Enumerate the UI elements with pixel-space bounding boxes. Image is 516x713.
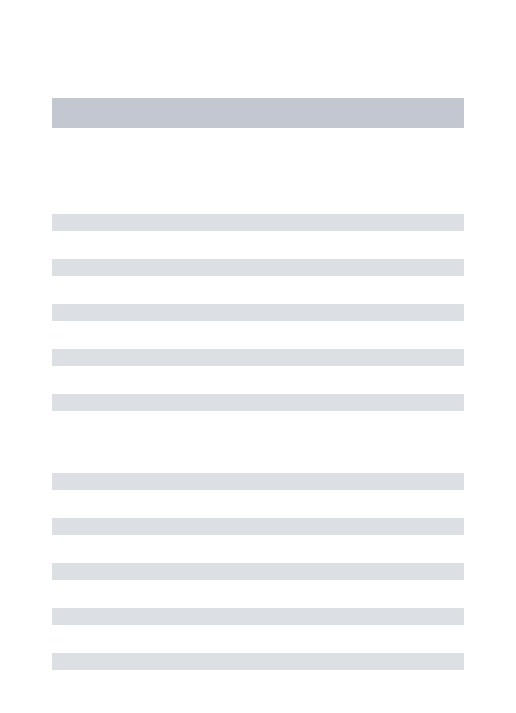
text-line-placeholder	[52, 304, 464, 321]
text-line-placeholder	[52, 518, 464, 535]
text-line-placeholder	[52, 608, 464, 625]
header-placeholder	[52, 98, 464, 128]
text-line-placeholder	[52, 394, 464, 411]
text-line-placeholder	[52, 473, 464, 490]
text-line-placeholder	[52, 259, 464, 276]
text-line-placeholder	[52, 349, 464, 366]
section-gap	[52, 439, 464, 473]
text-line-placeholder	[52, 563, 464, 580]
page-skeleton	[0, 0, 516, 670]
text-line-placeholder	[52, 214, 464, 231]
text-line-placeholder	[52, 653, 464, 670]
